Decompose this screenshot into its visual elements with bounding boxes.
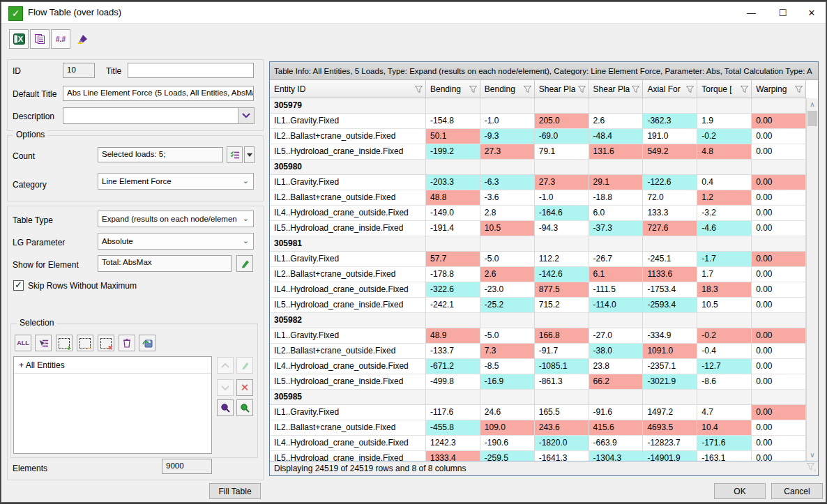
close-button[interactable]: ✕ [798, 2, 825, 23]
skip-rows-checkbox[interactable]: ✓ [13, 280, 24, 291]
table-row[interactable]: IL1..Gravity.Fixed-203.3-6.327.329.1-122… [270, 175, 806, 190]
group-row[interactable]: 305980 [270, 160, 806, 175]
scrollbar-thumb[interactable] [807, 111, 817, 126]
table-cell: 0.00 [752, 420, 806, 436]
table-cell: -3021.9 [643, 374, 697, 390]
zoom-selection-button[interactable] [217, 399, 234, 416]
description-dropdown-button[interactable] [238, 107, 255, 124]
group-row[interactable]: 305979 [270, 98, 806, 114]
add-to-selection-button[interactable]: + [56, 335, 73, 351]
table-cell: 79.1 [535, 144, 589, 160]
number-format-button[interactable]: #.# [51, 29, 70, 49]
filter-icon[interactable] [794, 85, 803, 93]
filter-icon[interactable] [469, 85, 478, 93]
list-item[interactable]: + All Entities [14, 357, 211, 374]
id-field[interactable]: 10 [63, 63, 95, 78]
table-row[interactable]: IL5..Hydroload_crane_inside.Fixed-191.41… [270, 221, 806, 236]
delete-selection-button[interactable]: ✕ [236, 379, 253, 396]
table-row[interactable]: IL2..Ballast+crane_outside.Fixed-133.77.… [270, 344, 806, 359]
elements-field[interactable]: 9000 [162, 459, 212, 474]
export-excel-button[interactable]: X [9, 29, 29, 49]
table-row[interactable]: IL4..Hydroload_crane_outside.Fixed-671.2… [270, 359, 806, 374]
table-row[interactable]: IL4..Hydroload_crane_outside.Fixed1242.3… [270, 436, 806, 451]
count-field[interactable]: Selected loads: 5; [98, 147, 223, 162]
ok-button[interactable]: OK [714, 483, 766, 499]
table-cell: IL2..Ballast+crane_outside.Fixed [270, 420, 426, 436]
category-select[interactable]: Line Element Force ⌄ [98, 173, 254, 190]
filter-icon[interactable] [414, 85, 423, 93]
table-cell: IL1..Gravity.Fixed [270, 328, 426, 344]
edit-selection-button[interactable] [236, 357, 253, 374]
column-header[interactable]: Shear Pla [589, 80, 644, 98]
table-row[interactable]: IL2..Ballast+crane_outside.Fixed-178.82.… [270, 267, 806, 282]
highlight-button[interactable] [73, 29, 92, 49]
selection-list[interactable]: + All Entities [13, 356, 212, 454]
filter-icon[interactable] [685, 85, 695, 93]
vertical-scrollbar[interactable]: ∧ ∨ [806, 98, 818, 461]
table-row[interactable]: IL2..Ballast+crane_outside.Fixed48.8-3.6… [270, 190, 806, 206]
column-header[interactable]: Axial For [643, 80, 697, 98]
default-title-field[interactable]: Abs Line Element Force (5 Loads, All Ent… [63, 86, 254, 101]
edit-show-for-element-button[interactable] [236, 255, 253, 272]
column-header[interactable]: Warping [752, 80, 806, 98]
select-all-button[interactable]: ALL [15, 335, 31, 351]
show-for-element-field[interactable]: Total: AbsMax [98, 255, 232, 272]
column-header[interactable]: Shear Pla [535, 80, 589, 98]
count-dropdown-button[interactable] [244, 146, 255, 163]
table-cell: -455.8 [426, 420, 480, 436]
group-row[interactable]: 305982 [270, 313, 806, 328]
fill-table-button[interactable]: Fill Table [209, 483, 261, 499]
table-row[interactable]: IL5..Hydroload_crane_inside.Fixed-199.22… [270, 144, 806, 160]
move-up-button[interactable] [217, 357, 234, 374]
table-row[interactable]: IL1..Gravity.Fixed-154.8-1.0205.02.6-362… [270, 114, 806, 129]
table-row[interactable]: IL5..Hydroload_crane_inside.Fixed1333.4-… [270, 451, 806, 461]
cancel-button[interactable]: Cancel [771, 483, 823, 499]
table-row[interactable]: IL2..Ballast+crane_outside.Fixed50.1-9.3… [270, 129, 806, 144]
clear-selection-button[interactable] [119, 335, 135, 351]
title-field[interactable] [128, 63, 254, 78]
filter-icon[interactable] [631, 85, 640, 93]
table-type-label: Table Type [13, 215, 53, 225]
select-from-list-button[interactable] [35, 335, 52, 351]
flow-table-dialog: ✓ Flow Table (over loads) — ☐ ✕ X #.# ID… [1, 1, 826, 503]
move-down-button[interactable] [217, 379, 234, 396]
table-cell: -1.0 [535, 190, 589, 206]
column-header[interactable]: Entity ID [270, 80, 426, 98]
save-selection-button[interactable] [139, 335, 155, 351]
table-type-select[interactable]: Expand (results on each node/elemen ⌄ [98, 211, 254, 227]
column-header[interactable]: Bending [480, 80, 535, 98]
lg-parameter-select[interactable]: Absolute ⌄ [98, 233, 254, 250]
table-row[interactable]: IL2..Ballast+crane_outside.Fixed-455.810… [270, 420, 806, 436]
group-row[interactable]: 305981 [270, 236, 806, 252]
zoom-all-button[interactable] [236, 399, 253, 416]
subtract-from-selection-button[interactable]: − [77, 335, 93, 351]
description-field[interactable] [63, 107, 238, 124]
select-loads-button[interactable] [227, 146, 243, 163]
table-row[interactable]: IL1..Gravity.Fixed57.7-5.0112.2-26.7-245… [270, 252, 806, 267]
table-row[interactable]: IL1..Gravity.Fixed-117.624.6165.5-91.614… [270, 405, 806, 420]
group-row[interactable]: 305985 [270, 390, 806, 405]
filter-clear-icon[interactable]: x [806, 462, 816, 472]
table-cell: -322.6 [426, 282, 480, 298]
column-header[interactable]: Bending [426, 80, 480, 98]
table-row[interactable]: IL4..Hydroload_crane_outside.Fixed-322.6… [270, 282, 806, 298]
table-row[interactable]: IL4..Hydroload_crane_outside.Fixed-149.0… [270, 206, 806, 221]
column-header[interactable]: Torque [ [697, 80, 752, 98]
chevron-down-icon: ⌄ [243, 176, 249, 185]
table-cell: 1091.0 [643, 344, 697, 359]
filter-icon[interactable] [523, 85, 532, 93]
table-cell: -164.6 [535, 206, 589, 221]
scroll-down-icon[interactable]: ∨ [807, 449, 818, 461]
table-row[interactable]: IL1..Gravity.Fixed48.9-5.0166.8-27.0-334… [270, 328, 806, 344]
copy-button[interactable] [30, 29, 50, 49]
description-label: Description [13, 112, 54, 121]
filter-icon[interactable] [577, 85, 586, 93]
maximize-button[interactable]: ☐ [767, 2, 798, 23]
scroll-up-icon[interactable]: ∧ [807, 98, 818, 110]
filter-icon[interactable] [740, 85, 749, 93]
table-row[interactable]: IL5..Hydroload_crane_inside.Fixed-499.8-… [270, 374, 806, 390]
remove-selection-button[interactable]: ✖ [98, 335, 114, 351]
minimize-button[interactable]: — [736, 2, 767, 23]
table-row[interactable]: IL5..Hydroload_crane_inside.Fixed-242.1-… [270, 298, 806, 313]
table-cell: -191.4 [426, 221, 480, 236]
